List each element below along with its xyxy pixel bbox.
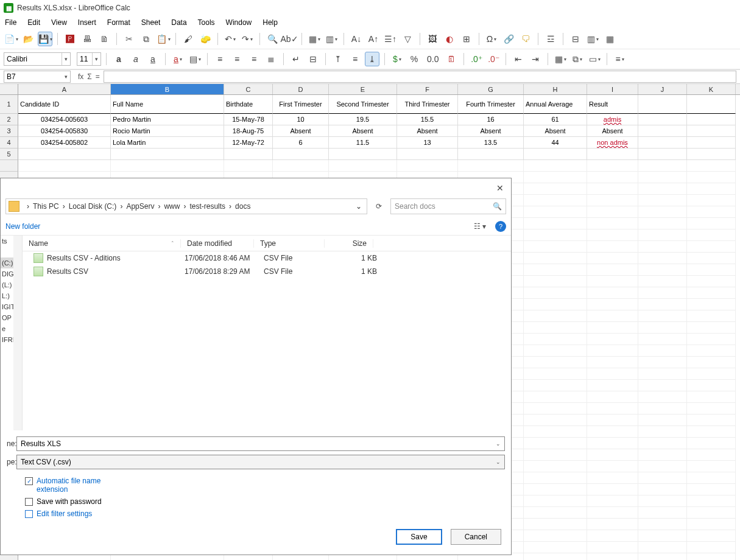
cell[interactable]: admis (587, 114, 638, 125)
cell[interactable] (524, 229, 587, 241)
cell[interactable] (524, 310, 587, 322)
align-center-button[interactable]: ≡ (230, 52, 244, 66)
crumb[interactable]: AppServ (126, 202, 154, 211)
cell[interactable] (638, 149, 687, 160)
cell[interactable] (687, 334, 736, 345)
col-header-c[interactable]: C (224, 84, 273, 94)
hyperlink-button[interactable]: 🔗 (501, 32, 516, 46)
cell[interactable] (524, 530, 587, 542)
equals-icon[interactable]: = (96, 72, 100, 81)
cell[interactable] (458, 149, 524, 160)
cell[interactable] (524, 253, 587, 264)
cell[interactable] (524, 345, 587, 357)
cell[interactable] (687, 299, 736, 310)
sort-desc-button[interactable]: A↑ (366, 32, 381, 46)
cell[interactable] (687, 461, 736, 472)
cell[interactable] (587, 507, 638, 519)
cell[interactable]: 44 (524, 137, 587, 149)
crumb[interactable]: Local Disk (C:) (69, 202, 117, 211)
cell[interactable] (687, 95, 736, 114)
chevron-down-icon[interactable]: ⌄ (493, 437, 501, 450)
cell[interactable] (638, 542, 687, 553)
cell[interactable]: 15.5 (397, 114, 458, 125)
border-color-button[interactable]: ▭ (587, 52, 602, 66)
cell[interactable] (587, 495, 638, 507)
cell[interactable] (587, 264, 638, 276)
cell[interactable] (524, 299, 587, 310)
cell[interactable]: 13.5 (458, 137, 524, 149)
view-options-button[interactable]: ☷ ▾ (471, 220, 489, 233)
col-header-f[interactable]: F (397, 84, 458, 94)
col-type[interactable]: Type (254, 239, 325, 248)
col-header-b[interactable]: B (111, 84, 224, 94)
row-header[interactable]: 2 (0, 114, 18, 125)
cell[interactable]: Candidate ID (18, 95, 111, 114)
comment-button[interactable]: 🗨 (518, 32, 533, 46)
cell[interactable] (687, 449, 736, 461)
cell[interactable]: Absent (273, 125, 329, 137)
italic-button[interactable]: a (129, 52, 143, 66)
indent-inc-button[interactable]: ⇥ (528, 52, 543, 66)
headers-footers-button[interactable]: ☲ (543, 32, 558, 46)
cell[interactable] (587, 368, 638, 380)
cell[interactable] (687, 276, 736, 287)
cell[interactable] (638, 206, 687, 218)
cell[interactable] (587, 310, 638, 322)
cell[interactable]: 10 (273, 114, 329, 125)
name-box[interactable]: B7 ▾ (4, 71, 71, 83)
menu-tools[interactable]: Tools (198, 18, 215, 27)
cell[interactable] (587, 553, 638, 560)
cell[interactable] (524, 218, 587, 229)
breadcrumb[interactable]: › This PC› Local Disk (C:)› AppServ› www… (5, 198, 367, 214)
cell[interactable]: 034254-005830 (18, 125, 111, 137)
cell[interactable] (687, 241, 736, 253)
save-button[interactable]: 💾 (38, 32, 52, 46)
cell[interactable] (687, 426, 736, 438)
font-name-combo[interactable]: Calibri ▾ (4, 52, 71, 66)
special-char-button[interactable]: Ω (484, 32, 499, 46)
cell[interactable] (111, 149, 224, 160)
clone-format-button[interactable]: 🖌 (181, 32, 196, 46)
cell[interactable] (524, 172, 587, 183)
col-header-i[interactable]: I (587, 84, 638, 94)
cell[interactable] (524, 519, 587, 530)
cell[interactable] (687, 172, 736, 183)
cell[interactable] (687, 253, 736, 264)
split-button[interactable]: ▥ (585, 32, 600, 46)
spellcheck-button[interactable]: Ab✓ (282, 32, 297, 46)
cell[interactable]: Absent (587, 125, 638, 137)
cell[interactable]: 15-May-78 (224, 114, 273, 125)
cell[interactable] (638, 345, 687, 357)
cell[interactable] (638, 403, 687, 415)
find-button[interactable]: 🔍 (265, 32, 280, 46)
search-input[interactable]: Search docs 🔍 (390, 198, 506, 214)
border-style-button[interactable]: ⧉ (570, 52, 585, 66)
row-header[interactable]: 4 (0, 137, 18, 149)
col-header-g[interactable]: G (458, 84, 524, 94)
new-folder-button[interactable]: New folder (5, 222, 40, 231)
highlight-button[interactable]: ▤ (188, 52, 202, 66)
menu-file[interactable]: File (5, 18, 16, 27)
valign-mid-button[interactable]: ≡ (348, 52, 362, 66)
cell[interactable] (587, 461, 638, 472)
cell[interactable] (524, 206, 587, 218)
cell[interactable] (524, 287, 587, 299)
chevron-down-icon[interactable]: ⌄ (493, 455, 501, 469)
undo-button[interactable]: ↶ (223, 32, 238, 46)
cell[interactable] (687, 322, 736, 334)
cell[interactable] (587, 542, 638, 553)
cell[interactable] (524, 438, 587, 449)
cell[interactable] (587, 149, 638, 160)
cell[interactable]: Full Name (111, 95, 224, 114)
cell[interactable] (638, 253, 687, 264)
insert-pivot-button[interactable]: ⊞ (459, 32, 474, 46)
cell[interactable] (224, 149, 273, 160)
cell[interactable]: 12-May-72 (224, 137, 273, 149)
file-list-header[interactable]: Name˄ Date modified Type Size (23, 236, 511, 251)
cell[interactable] (587, 519, 638, 530)
scrollbar[interactable] (13, 236, 22, 430)
cell[interactable] (638, 299, 687, 310)
cell[interactable] (687, 114, 736, 125)
cell[interactable] (638, 183, 687, 195)
cell[interactable] (687, 195, 736, 206)
